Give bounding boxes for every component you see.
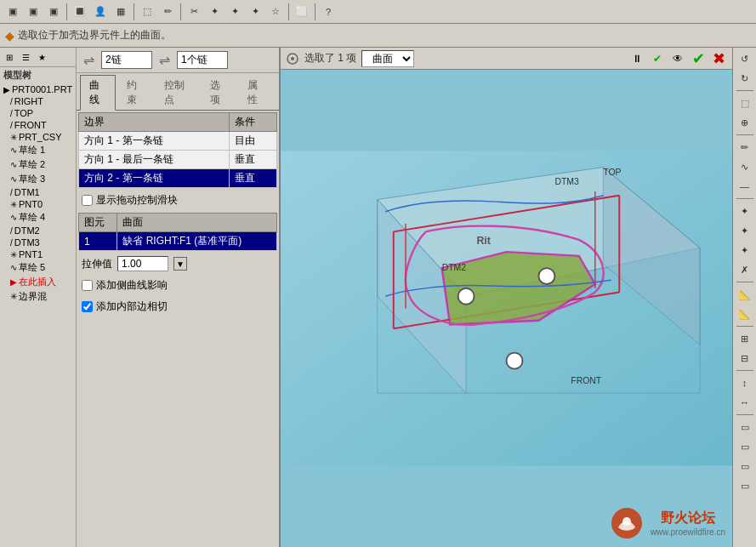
tree-item-top[interactable]: / TOP xyxy=(7,107,76,119)
rt-icon-box2[interactable]: ⊟ xyxy=(735,349,755,368)
rt-icon-zoom-in[interactable]: ⊕ xyxy=(735,113,755,132)
side-curves-checkbox[interactable] xyxy=(82,280,93,291)
stretch-dropdown[interactable]: ▼ xyxy=(173,257,187,271)
tree-item-sketch3[interactable]: ∿ 草绘 3 xyxy=(7,172,76,186)
toolbar-icon-10[interactable]: ✦ xyxy=(205,3,224,21)
toolbar-icon-5[interactable]: 👤 xyxy=(91,3,110,21)
rt-icon-cross[interactable]: ✗ xyxy=(735,260,755,279)
stretch-input[interactable] xyxy=(117,256,168,271)
tree-item-sketch4[interactable]: ∿ 草绘 4 xyxy=(7,210,76,225)
pause-icon[interactable]: ⏸ xyxy=(628,50,645,67)
toolbar-icon-4[interactable]: 🔳 xyxy=(71,3,89,21)
rt-icon-line[interactable]: — xyxy=(735,177,755,196)
tab-option[interactable]: 选项 xyxy=(201,75,236,110)
tree-item-pnt1[interactable]: ✳ PNT1 xyxy=(7,248,76,260)
toolbar-icon-2[interactable]: ▣ xyxy=(24,3,43,21)
show-drag-checkbox[interactable] xyxy=(82,195,93,206)
boundary-row-3-cond: 垂直 xyxy=(230,169,277,188)
ref-section: 图元 曲面 1 缺省 RIGHT:F1 (基准平面) xyxy=(77,211,279,253)
rt-icon-star1[interactable]: ✦ xyxy=(735,202,755,220)
internal-tangent-label: 添加内部边相切 xyxy=(96,299,168,314)
boundary-row-3[interactable]: 方向 2 - 第一条链 垂直 xyxy=(79,169,277,188)
tree-item-sketch5[interactable]: ∿ 草绘 5 xyxy=(7,260,76,275)
accept-icon[interactable]: ✔ xyxy=(690,50,707,67)
tree-item-boundary[interactable]: ✳ 边界混 xyxy=(7,289,76,304)
rt-icon-arrow-v[interactable]: ↕ xyxy=(735,373,755,392)
svg-point-23 xyxy=(622,517,631,526)
toolbar-icon-15[interactable]: ? xyxy=(319,3,338,21)
tree-item-insert-icon: ▶ xyxy=(10,277,17,287)
tree-icon-list[interactable]: ☰ xyxy=(18,49,33,65)
tree-item-pnt1-label: PNT1 xyxy=(19,249,43,259)
rt-icon-box1[interactable]: ⊞ xyxy=(735,329,755,348)
tab-control[interactable]: 控制点 xyxy=(155,75,199,110)
right-toolbar: ↺ ↻ ⬚ ⊕ ✏ ∿ — ✦ ✦ ✦ ✗ 📐 📐 ⊞ ⊟ ↕ ↔ ▭ ▭ ▭ … xyxy=(732,48,756,547)
rt-icon-rotate-left[interactable]: ↺ xyxy=(735,49,755,68)
rt-icon-star2[interactable]: ✦ xyxy=(735,221,755,240)
tab-curve[interactable]: 曲线 xyxy=(80,75,116,111)
rt-icon-plane2[interactable]: 📐 xyxy=(735,305,755,323)
tree-root[interactable]: ▶ PRT0001.PRT xyxy=(0,83,76,95)
toolbar-icon-3[interactable]: ▣ xyxy=(44,3,63,21)
svg-text:DTM2: DTM2 xyxy=(442,263,467,272)
tree-item-front-icon: / xyxy=(10,121,13,130)
rt-icon-plane[interactable]: 📐 xyxy=(735,285,755,304)
tree-item-dtm1[interactable]: / DTM1 xyxy=(7,186,76,198)
tree-item-pnt0[interactable]: ✳ PNT0 xyxy=(7,198,76,210)
rt-icon-curve[interactable]: ∿ xyxy=(735,157,755,176)
toolbar-icon-1[interactable]: ▣ xyxy=(3,3,22,21)
rt-icon-zoom-box[interactable]: ⬚ xyxy=(735,94,755,112)
chain2-label[interactable]: 1个链 xyxy=(177,51,228,69)
tree-item-prt-csy[interactable]: ✳ PRT_CSY xyxy=(7,131,76,143)
ref-row-1[interactable]: 1 缺省 RIGHT:F1 (基准平面) xyxy=(79,232,277,251)
tree-item-pnt0-icon: ✳ xyxy=(10,200,17,209)
chain2-arrow-icon: ⇌ xyxy=(159,52,170,68)
rt-icon-arrow-h[interactable]: ↔ xyxy=(735,393,755,412)
reject-icon[interactable]: ✖ xyxy=(710,50,727,67)
boundary-row-1[interactable]: 方向 1 - 第一条链 目由 xyxy=(79,132,277,151)
eye-icon[interactable]: 👁 xyxy=(669,50,686,67)
boundary-section: 边界 条件 方向 1 - 第一条链 目由 方向 1 - 最后一条链 xyxy=(77,111,279,190)
tree-icon-grid[interactable]: ⊞ xyxy=(2,49,17,65)
rt-sep-2 xyxy=(736,134,753,135)
rt-icon-pen[interactable]: ✏ xyxy=(735,138,755,157)
viewport-svg: DTM3 TOP DTM2 FRONT Rit xyxy=(281,70,732,547)
toolbar-icon-12[interactable]: ✦ xyxy=(246,3,264,21)
tree-icon-star[interactable]: ★ xyxy=(34,49,49,65)
rt-icon-rotate-right[interactable]: ↻ xyxy=(735,69,755,88)
toolbar-icon-14[interactable]: ⬜ xyxy=(293,3,311,21)
rt-icon-rect1[interactable]: ▭ xyxy=(735,418,755,436)
ref-col-surface: 曲面 xyxy=(117,214,277,232)
tab-attr[interactable]: 属性 xyxy=(238,75,274,110)
tree-item-dtm2[interactable]: / DTM2 xyxy=(7,225,76,236)
tree-item-right[interactable]: / RIGHT xyxy=(7,95,76,107)
prompt-bar: ◆ 选取位于加壳边界元件上的曲面。 xyxy=(0,24,756,48)
toolbar-icon-6[interactable]: ▦ xyxy=(111,3,130,21)
chain1-label[interactable]: 2链 xyxy=(101,51,152,69)
tree-root-label: PRT0001.PRT xyxy=(12,84,72,94)
viewport-dropdown[interactable]: 曲面 xyxy=(361,50,414,67)
rt-icon-rect4[interactable]: ▭ xyxy=(735,476,755,495)
toolbar-icon-13[interactable]: ☆ xyxy=(266,3,285,21)
rt-sep-5 xyxy=(736,326,753,327)
tree-item-sketch1[interactable]: ∿ 草绘 1 xyxy=(7,143,76,157)
tree-item-dtm3[interactable]: / DTM3 xyxy=(7,236,76,248)
tree-item-top-icon: / xyxy=(10,109,13,118)
check-icon[interactable]: ✔ xyxy=(649,50,666,67)
watermark: 野火论坛 www.proewildfire.cn xyxy=(610,506,725,540)
boundary-row-2[interactable]: 方向 1 - 最后一条链 垂直 xyxy=(79,151,277,169)
rt-icon-star3[interactable]: ✦ xyxy=(735,241,755,259)
toolbar-icon-7[interactable]: ⬚ xyxy=(138,3,156,21)
toolbar-icon-11[interactable]: ✦ xyxy=(225,3,244,21)
internal-tangent-checkbox[interactable] xyxy=(82,301,93,312)
rt-icon-rect3[interactable]: ▭ xyxy=(735,457,755,476)
tree-item-sketch2[interactable]: ∿ 草绘 2 xyxy=(7,157,76,172)
rt-icon-rect2[interactable]: ▭ xyxy=(735,437,755,456)
toolbar-icon-9[interactable]: ✂ xyxy=(185,3,203,21)
tree-item-insert[interactable]: ▶ 在此插入 xyxy=(7,275,76,289)
svg-point-1 xyxy=(291,57,294,60)
toolbar-icon-8[interactable]: ✏ xyxy=(158,3,177,21)
tab-constraint[interactable]: 约束 xyxy=(117,75,153,110)
tree-item-front[interactable]: / FRONT xyxy=(7,119,76,131)
boundary-row-1-cond: 目由 xyxy=(230,132,277,151)
